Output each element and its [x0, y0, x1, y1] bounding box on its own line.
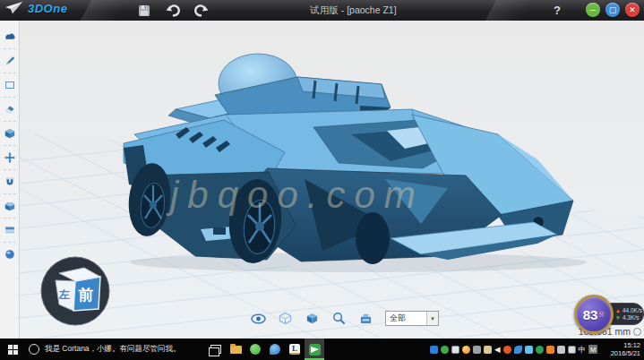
tray-bluetooth-icon[interactable]	[430, 346, 438, 354]
taskbar-3done-active[interactable]	[305, 339, 324, 360]
3done-icon	[309, 344, 321, 356]
tray-antivirus-icon[interactable]	[441, 346, 449, 354]
cortana-text: 我是 Cortana，小娜。有问题尽管问我。	[45, 344, 181, 355]
clock-date: 2016/5/21	[601, 349, 640, 357]
task-view-button[interactable]	[206, 339, 226, 360]
score-gauge[interactable]: 83 分	[574, 295, 614, 334]
gauge-value: 83	[583, 307, 598, 322]
tray-cloud-icon[interactable]	[514, 346, 522, 354]
solid-cube-button[interactable]	[305, 312, 320, 326]
tray-utility-icon[interactable]	[473, 346, 481, 354]
tray-volume-icon[interactable]: ◀	[494, 346, 501, 354]
folder-icon	[230, 346, 242, 354]
magnet-tool-icon[interactable]	[1, 173, 19, 191]
tray-gray-icon[interactable]	[557, 346, 565, 354]
viewport-3d[interactable]: jbqoo.com 左 前	[20, 21, 644, 339]
lol-icon: L	[289, 344, 300, 355]
windows-logo-icon	[8, 345, 18, 355]
move-tool-icon[interactable]	[1, 149, 19, 167]
start-button[interactable]	[0, 339, 25, 360]
task-view-icon	[210, 345, 221, 354]
tray-globe-icon[interactable]	[536, 346, 544, 354]
tray-orange-icon[interactable]	[546, 346, 554, 354]
titlebar: 3DOne	[0, 0, 644, 21]
viewcube-front-label[interactable]: 前	[78, 287, 94, 304]
green-app-icon	[250, 344, 261, 355]
layers-tool-icon[interactable]	[1, 221, 19, 239]
tray-360-icon[interactable]	[462, 346, 470, 354]
export-box-button[interactable]	[358, 312, 374, 326]
tray-monitor-icon[interactable]	[568, 346, 576, 354]
watermark-text: jbqoo.com	[166, 174, 425, 216]
minimize-button[interactable]: ─	[586, 3, 600, 17]
close-button[interactable]: ✕	[625, 3, 640, 17]
tray-display-icon[interactable]	[451, 346, 459, 354]
upload-arrow-icon: ▲	[615, 307, 621, 314]
box-tool-icon[interactable]	[1, 197, 19, 215]
viewcube-left-label[interactable]: 左	[58, 288, 70, 301]
help-button[interactable]: ?	[554, 4, 561, 17]
viewport-toolbar: 全部 ▾	[251, 311, 439, 326]
download-speed: 4.3K/s	[623, 314, 639, 321]
cortana-search[interactable]: 我是 Cortana，小娜。有问题尽管问我。	[25, 339, 206, 360]
left-toolbar	[0, 21, 20, 339]
visibility-eye-button[interactable]	[251, 312, 266, 326]
sphere-tool-icon[interactable]	[1, 245, 19, 263]
sketch-tool-icon[interactable]	[1, 76, 19, 94]
upload-speed: 44.0K/s	[623, 307, 642, 314]
cortana-icon	[29, 344, 39, 355]
download-arrow-icon: ▼	[615, 314, 621, 321]
eraser-tool-icon[interactable]	[1, 100, 19, 118]
windows-taskbar: 我是 Cortana，小娜。有问题尽管问我。 L ◀ 中 M	[0, 339, 644, 360]
system-tray: ◀ 中 M	[430, 345, 601, 354]
scale-badge-icon	[633, 328, 641, 336]
taskbar-clock[interactable]: 15:12 2016/5/21	[601, 341, 644, 357]
tray-image-icon[interactable]	[525, 346, 533, 354]
browser-icon	[270, 344, 280, 355]
taskbar-browser[interactable]	[265, 339, 285, 360]
taskbar-lol[interactable]: L	[285, 339, 305, 360]
clock-time: 15:12	[601, 341, 640, 349]
scene-canvas: jbqoo.com	[20, 21, 644, 339]
wireframe-cube-button[interactable]	[278, 312, 293, 326]
taskbar-green-app[interactable]	[245, 339, 265, 360]
tray-camera-icon[interactable]	[484, 346, 492, 354]
cube-tool-icon[interactable]	[1, 124, 19, 142]
gauge-unit: 分	[598, 310, 605, 319]
window-controls: ? ─ ▢ ✕	[554, 3, 640, 17]
zoom-magnifier-button[interactable]	[331, 312, 347, 326]
ime-indicator[interactable]: 中	[579, 346, 587, 354]
display-filter-dropdown[interactable]: 全部 ▾	[385, 311, 439, 326]
workspace: jbqoo.com 左 前	[0, 21, 644, 339]
filter-value: 全部	[386, 313, 426, 324]
car-model[interactable]	[124, 54, 573, 265]
taskbar-file-explorer[interactable]	[226, 339, 245, 360]
clay-tool-icon[interactable]	[1, 28, 19, 46]
chevron-down-icon[interactable]: ▾	[426, 312, 438, 325]
brush-tool-icon[interactable]	[1, 52, 19, 70]
tray-m-badge[interactable]: M	[588, 345, 597, 354]
maximize-button[interactable]: ▢	[605, 3, 620, 17]
app-window: 3DOne	[0, 0, 644, 360]
view-cube[interactable]: 左 前	[38, 253, 113, 329]
window-title: 试用版 - [paoche Z1]	[0, 0, 644, 21]
tray-flame-icon[interactable]	[503, 346, 511, 354]
